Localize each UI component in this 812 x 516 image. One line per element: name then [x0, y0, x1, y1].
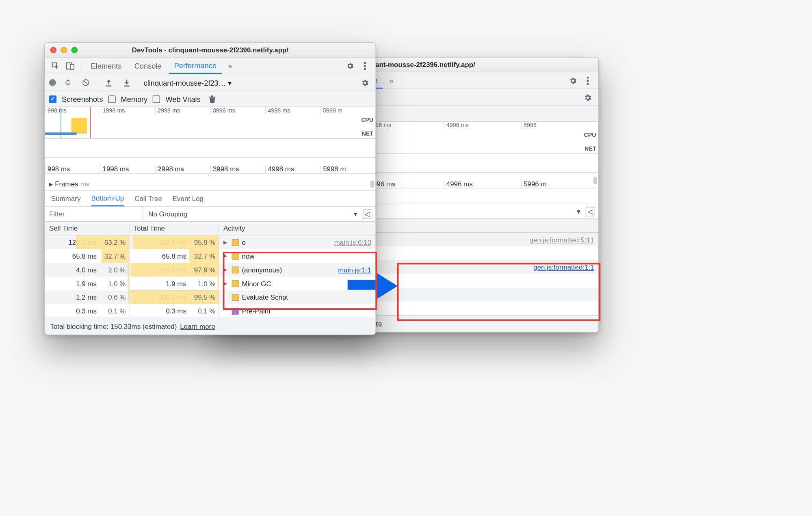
filter-row-front: No Grouping▾ ◁ [45, 207, 375, 222]
net-label: NET [585, 145, 596, 152]
blocking-time-text: Total blocking time: 150.33ms (estimated… [50, 322, 177, 330]
activity-table-front: Self Time Total Time Activity 127.1 ms63… [45, 222, 375, 318]
options-row-front: ✓ Screenshots Memory Web Vitals [45, 91, 375, 107]
trash-icon[interactable] [206, 93, 219, 105]
table-row[interactable]: 1.9 ms1.0 %1.9 ms1.0 %▶Minor GC [45, 276, 375, 290]
filter-input[interactable] [45, 207, 143, 221]
screenshots-checkbox[interactable]: ✓ [49, 95, 56, 103]
frames-row[interactable]: ▶ Frames ms [45, 177, 375, 191]
header-total-time[interactable]: Total Time [130, 225, 219, 233]
devtools-window-front: DevTools - clinquant-mousse-2f2396.netli… [44, 42, 376, 335]
zoom-icon[interactable] [71, 47, 78, 53]
tab-console[interactable]: Console [129, 58, 167, 74]
table-row[interactable]: 4.0 ms2.0 %196.9 ms97.9 %▶(anonymous)mai… [45, 263, 375, 276]
tab-call-tree[interactable]: Call Tree [134, 191, 162, 207]
record-button[interactable] [49, 79, 56, 86]
collapse-icon[interactable]: ◁ [586, 207, 595, 216]
minimize-icon[interactable] [61, 47, 67, 53]
vitals-checkbox[interactable] [153, 95, 160, 103]
source-link[interactable]: main.js:6:10 [334, 238, 371, 246]
close-icon[interactable] [50, 47, 56, 53]
upload-icon[interactable] [102, 76, 115, 89]
grouping-dropdown[interactable]: No Grouping▾ [143, 210, 363, 218]
vitals-label: Web Vitals [165, 95, 200, 103]
net-label: NET [362, 130, 373, 137]
drag-handle[interactable]: ··· [45, 174, 375, 177]
collapse-icon[interactable]: ◁ [363, 209, 372, 218]
perf-toolbar-front: clinquant-mousse-2f23… ▾ [45, 74, 375, 91]
learn-more-link[interactable]: Learn more [180, 322, 215, 330]
detail-ruler-front[interactable]: 998 ms 1998 ms 2998 ms 3998 ms 4998 ms 5… [45, 158, 375, 174]
svg-point-5 [364, 61, 366, 63]
memory-checkbox[interactable] [108, 95, 115, 103]
inspect-icon[interactable] [49, 59, 62, 72]
cpu-label: CPU [584, 132, 596, 138]
memory-label: Memory [121, 95, 147, 103]
window-title: DevTools - clinquant-mousse-2f2396.netli… [132, 46, 288, 54]
tab-event-log[interactable]: Event Log [173, 191, 204, 207]
activity-name: (anonymous) [242, 266, 282, 274]
selection-start[interactable] [61, 107, 61, 138]
svg-point-2 [587, 82, 589, 84]
svg-point-0 [587, 76, 589, 78]
svg-point-7 [364, 68, 366, 70]
scroll-thumb[interactable] [593, 177, 597, 184]
svg-rect-4 [70, 64, 74, 69]
timeline-overview-front[interactable]: 998 ms 1998 ms 2998 ms 3998 ms 4998 ms 5… [45, 107, 375, 139]
device-icon[interactable] [64, 59, 76, 72]
activity-name: Minor GC [242, 279, 271, 287]
table-row[interactable]: 65.8 ms32.7 %65.8 ms32.7 %▶now [45, 249, 375, 263]
activity-name: Pre-Paint [242, 307, 270, 315]
header-activity[interactable]: Activity [219, 225, 376, 233]
gear-icon[interactable] [567, 74, 579, 87]
source-link[interactable]: gen.js:formatted:5:11 [530, 235, 594, 244]
more-tabs-icon[interactable]: » [385, 74, 398, 87]
table-row[interactable]: 127.1 ms63.2 %192.9 ms95.9 %▶omain.js:6:… [45, 235, 375, 249]
selection-end[interactable] [90, 107, 91, 138]
titlebar-front[interactable]: DevTools - clinquant-mousse-2f2396.netli… [45, 43, 375, 57]
frames-label: Frames [55, 180, 78, 188]
activity-name: o [242, 238, 245, 246]
tab-elements[interactable]: Elements [86, 58, 127, 74]
screenshot-strip-front[interactable] [45, 139, 375, 158]
lower-tabs-front: Summary Bottom-Up Call Tree Event Log [45, 191, 375, 207]
screenshots-label: Screenshots [62, 95, 103, 103]
gear-icon[interactable] [359, 76, 371, 89]
more-tabs-icon[interactable]: » [224, 59, 236, 72]
table-row[interactable]: 1.2 ms0.6 %200.2 ms99.5 %Evaluate Script [45, 290, 375, 304]
download-icon[interactable] [120, 76, 133, 89]
activity-name: now [242, 252, 254, 260]
tab-bottom-up[interactable]: Bottom-Up [91, 191, 124, 207]
gear-icon[interactable] [581, 91, 594, 104]
cpu-label: CPU [361, 117, 373, 123]
activity-name: Evaluate Script [242, 293, 288, 301]
disclosure-icon: ▶ [49, 181, 53, 187]
gear-icon[interactable] [344, 59, 356, 72]
kebab-icon[interactable] [581, 74, 594, 87]
flame-thumbnail [71, 118, 87, 134]
kebab-icon[interactable] [359, 59, 371, 72]
scroll-thumb[interactable] [370, 181, 374, 188]
arrow-icon [347, 270, 400, 302]
tab-summary[interactable]: Summary [51, 191, 80, 207]
header-self-time[interactable]: Self Time [45, 225, 129, 233]
traffic-lights[interactable] [50, 47, 78, 53]
devtools-tabs-front: Elements Console Performance » [45, 58, 375, 75]
reload-icon[interactable] [61, 76, 74, 89]
url-dropdown[interactable]: clinquant-mousse-2f23… ▾ [144, 78, 232, 87]
table-row[interactable]: 0.3 ms0.1 %0.3 ms0.1 %Pre-Paint [45, 304, 375, 318]
source-link[interactable]: gen.js:formatted:1:1 [533, 263, 594, 271]
svg-point-6 [364, 65, 366, 67]
clear-icon[interactable] [79, 76, 92, 89]
footer-front: Total blocking time: 150.33ms (estimated… [45, 318, 375, 335]
svg-point-1 [587, 80, 589, 82]
tab-performance[interactable]: Performance [169, 58, 222, 74]
